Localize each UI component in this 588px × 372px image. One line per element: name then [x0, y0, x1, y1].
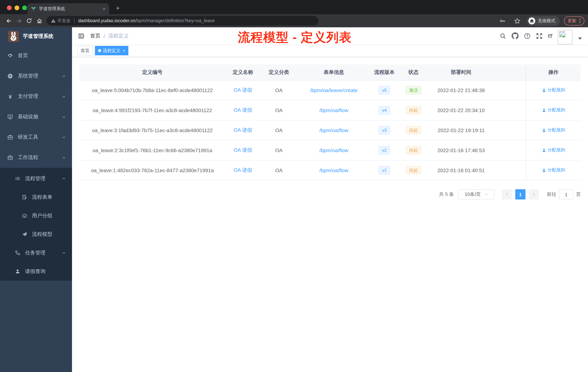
definition-category: OA: [260, 167, 297, 173]
new-tab-button[interactable]: +: [114, 4, 122, 13]
next-page-button[interactable]: [529, 189, 539, 199]
sidebar-item-system[interactable]: 系统管理: [0, 66, 72, 86]
definition-id: oa_leave:5:004b710b-7b8a-11ec-8ef0-acde4…: [79, 87, 225, 93]
definition-name-link[interactable]: OA 请假: [234, 87, 252, 93]
sidebar-item-user-groups[interactable]: 用户分组: [0, 206, 72, 225]
assign-rule-link[interactable]: 分配规则: [542, 87, 565, 93]
definition-id: oa_leave:3:1fad3d93-7b75-11ec-a3c8-acde4…: [79, 127, 225, 133]
traffic-lights: [7, 5, 27, 10]
chevron-down-icon: [62, 115, 66, 119]
browser-tab[interactable]: 芋道管理系统 ×: [27, 3, 109, 14]
hamburger-icon[interactable]: [75, 30, 87, 42]
assign-rule-link[interactable]: 分配规则: [542, 167, 565, 174]
help-icon[interactable]: [524, 33, 531, 39]
user-icon: [15, 269, 20, 274]
avatar[interactable]: [558, 30, 572, 44]
page-1-button[interactable]: 1: [515, 189, 525, 199]
sidebar-item-label: 任务管理: [25, 250, 45, 256]
sidebar-item-infrastructure[interactable]: 基础设施: [0, 107, 72, 127]
sidebar-item-process-model[interactable]: 流程模型: [0, 225, 72, 243]
close-window-button[interactable]: [7, 5, 12, 10]
user-icon: [542, 88, 546, 92]
address-bar[interactable]: 不安全 dashboard.yudao.iocoder.cn/bpm/manag…: [47, 16, 319, 25]
assign-rule-link[interactable]: 分配规则: [542, 147, 565, 153]
security-status[interactable]: 不安全: [51, 18, 71, 24]
definition-category: OA: [260, 107, 297, 113]
chevron-down-icon[interactable]: [578, 37, 582, 40]
browser-toolbar: 不安全 dashboard.yudao.iocoder.cn/bpm/manag…: [0, 14, 588, 27]
paper-plane-icon: [21, 231, 27, 237]
active-dot: [98, 49, 101, 52]
sidebar-item-workflow[interactable]: 工作流程: [0, 147, 72, 168]
reload-icon[interactable]: [24, 16, 34, 26]
fixed-column-divider: [526, 65, 526, 181]
tag-home[interactable]: 首页: [77, 46, 93, 55]
search-icon[interactable]: [500, 33, 506, 39]
back-icon[interactable]: [4, 16, 14, 26]
password-key-icon[interactable]: [497, 16, 508, 26]
gear-icon: [7, 73, 13, 79]
sidebar: 芋道管理系统 首页 系统管理 ¥ 支付管理: [0, 27, 72, 372]
definition-category: OA: [260, 127, 297, 133]
tag-close-icon[interactable]: ×: [123, 48, 125, 53]
sidebar-item-task-management[interactable]: 任务管理: [0, 243, 72, 262]
tag-label: 首页: [81, 47, 89, 54]
assign-rule-link[interactable]: 分配规则: [542, 127, 565, 133]
definition-id: oa_leave:2:3c1f0ef1-76b1-11ec-9c66-a2380…: [79, 147, 225, 153]
sidebar-item-home[interactable]: 首页: [0, 45, 72, 66]
sidebar-item-label: 流程表单: [32, 194, 52, 200]
form-link[interactable]: /bpm/oa/flow: [319, 107, 348, 113]
sidebar-item-label: 工作流程: [18, 154, 38, 161]
sidebar-item-payment[interactable]: ¥ 支付管理: [0, 86, 72, 107]
sidebar-item-process-form[interactable]: 流程表单: [0, 188, 72, 206]
pagination: 共 5 条 10条/页 1 前往 页: [79, 189, 581, 199]
chevron-up-icon: [62, 176, 66, 181]
divider: [74, 18, 74, 23]
definition-name-link[interactable]: OA 请假: [234, 107, 252, 113]
list-icon: [15, 176, 20, 181]
sidebar-item-label: 流程管理: [25, 175, 45, 182]
tags-view-bar: 首页 流程定义 ×: [72, 44, 588, 57]
sidebar-item-dev-tools[interactable]: 研发工具: [0, 127, 72, 147]
sidebar-item-leave-query[interactable]: 请假查询: [0, 262, 72, 281]
version-tag: v3: [378, 126, 390, 135]
status-badge: 激活: [405, 86, 421, 95]
page-size-value: 10条/页: [465, 191, 481, 198]
forward-icon[interactable]: [14, 16, 24, 26]
tag-process-definition[interactable]: 流程定义 ×: [95, 46, 128, 55]
incognito-badge: 无痕模式: [526, 16, 560, 26]
github-icon[interactable]: [512, 33, 519, 39]
chevron-down-icon: [62, 94, 66, 98]
bookmark-star-icon[interactable]: [512, 16, 522, 26]
col-header: 状态: [399, 69, 428, 76]
tab-close-icon[interactable]: ×: [103, 6, 105, 11]
form-link[interactable]: /bpm/oa/flow: [319, 147, 348, 153]
home-icon[interactable]: [34, 16, 44, 26]
form-link[interactable]: /bpm/oa/flow: [319, 167, 348, 173]
definition-id: oa_leave:1:482ec033-762a-11ec-8477-a2380…: [79, 167, 225, 173]
form-link[interactable]: /bpm/oa/leave/create: [310, 87, 358, 93]
app-title: 芋道管理系统: [23, 33, 53, 40]
zoom-window-button[interactable]: [22, 5, 27, 10]
prev-page-button[interactable]: [502, 189, 512, 199]
assign-rule-link[interactable]: 分配规则: [542, 107, 565, 113]
breadcrumb: 首页 / 流程定义: [90, 33, 129, 39]
col-header: 流程版本: [370, 69, 399, 76]
breadcrumb-home-link[interactable]: 首页: [90, 33, 100, 39]
definition-name-link[interactable]: OA 请假: [234, 167, 252, 173]
font-size-icon[interactable]: tT: [548, 33, 552, 39]
page-unit-label: 页: [576, 191, 581, 198]
update-button[interactable]: 更新: [564, 16, 584, 25]
app-logo-row[interactable]: 芋道管理系统: [0, 27, 72, 45]
col-header: 表单信息: [297, 69, 370, 76]
goto-page-input[interactable]: [559, 189, 573, 199]
col-header: 定义分类: [260, 69, 297, 76]
minimize-window-button[interactable]: [15, 5, 19, 10]
fullscreen-icon[interactable]: [536, 33, 543, 39]
definition-name-link[interactable]: OA 请假: [234, 147, 252, 153]
page-size-select[interactable]: 10条/页: [458, 189, 494, 199]
sidebar-item-process-management[interactable]: 流程管理: [0, 169, 72, 188]
definition-name-link[interactable]: OA 请假: [234, 127, 252, 133]
monitor-icon: [7, 114, 13, 120]
form-link[interactable]: /bpm/oa/flow: [319, 127, 348, 133]
